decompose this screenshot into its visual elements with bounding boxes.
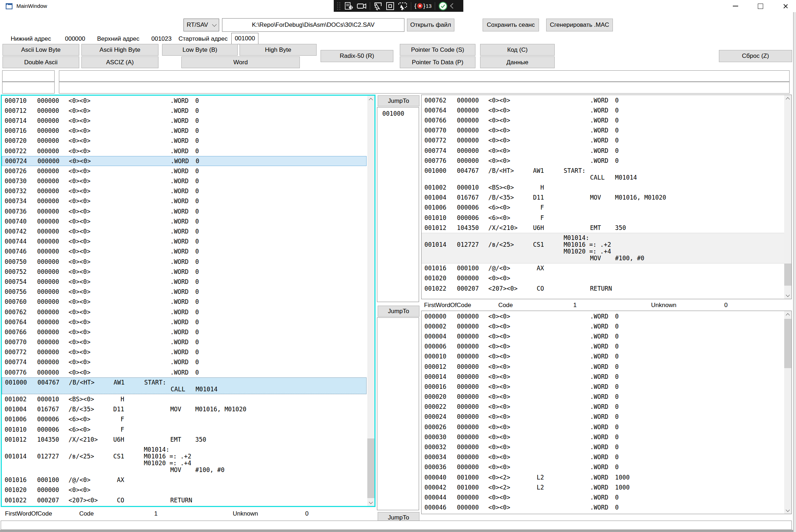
high-byte-button[interactable]: High Byte: [240, 44, 317, 56]
save-session-button[interactable]: Сохранить сеанс: [483, 19, 539, 31]
listing-row[interactable]: 000002000000<0><0>.WORD0: [422, 321, 784, 331]
listing-row[interactable]: 000010000000<0><0>.WORD0: [422, 352, 784, 362]
listing-row[interactable]: 000762000000<0><0>.WORD0: [2, 307, 367, 317]
listing-row[interactable]: 000746000000<0><0>.WORD0: [2, 247, 367, 257]
listing-row[interactable]: 000750000000<0><0>.WORD0: [2, 257, 367, 267]
listing-row[interactable]: 001022000207<207><0>CORETURN: [422, 283, 784, 293]
collapse-toolbar-icon[interactable]: [450, 3, 456, 9]
double-ascii-button[interactable]: Double Ascii: [2, 56, 79, 68]
low-byte-button[interactable]: Low Byte (B): [162, 44, 238, 56]
listing-row[interactable]: 000036000000<0><0>.WORD0: [422, 462, 784, 472]
listing-row[interactable]: 000752000000<0><0>.WORD0: [2, 267, 367, 277]
listing-row[interactable]: 001004016767/B/<35>D11MOVM01016, M01020: [422, 193, 784, 203]
listing-row[interactable]: 000712000000<0><0>.WORD0: [2, 106, 367, 116]
listing-row[interactable]: 000030000000<0><0>.WORD0: [422, 432, 784, 442]
listing-row[interactable]: 000762000000<0><0>.WORD0: [422, 95, 784, 105]
listing-row[interactable]: 000710000000<0><0>.WORD0: [2, 96, 367, 106]
video-camera-icon[interactable]: [357, 2, 367, 10]
minimize-button[interactable]: [725, 0, 745, 12]
ascii-high-byte-button[interactable]: Ascii High Byte: [81, 44, 158, 56]
listing-row[interactable]: 001020000000<0><0>: [422, 273, 784, 283]
listing-row[interactable]: 001000004767/B/<HT>AW1START:CALLM01014: [2, 377, 367, 394]
listing-row[interactable]: 000024000000<0><0>.WORD0: [422, 412, 784, 422]
code-button[interactable]: Код (C): [480, 44, 555, 56]
listing-row[interactable]: 000720000000<0><0>.WORD0: [2, 136, 367, 146]
inspect-document-icon[interactable]: [344, 2, 353, 10]
listing-row[interactable]: M01014:001014012727/в/<25>CS1M01016 =: .…: [2, 445, 367, 475]
listing-row[interactable]: 000732000000<0><0>.WORD0: [2, 186, 367, 196]
listing-row[interactable]: 000042001000<0><2>L2.WORD1000: [422, 482, 784, 492]
bottom-right-disassembly-listing[interactable]: 000000000000<0><0>.WORD0000002000000<0><…: [422, 311, 784, 513]
region-capture-icon[interactable]: [386, 2, 394, 10]
listing-row[interactable]: 000770000000<0><0>.WORD0: [422, 126, 784, 136]
generate-mac-button[interactable]: Сгенерировать .MAC: [546, 19, 613, 31]
listing-row[interactable]: 001022000207<207><0>CORETURN: [2, 495, 367, 505]
asciz-button[interactable]: ASCIZ (A): [81, 56, 158, 68]
listing-row[interactable]: 001000004767/B/<HT>AW1START:CALLM01014: [422, 166, 784, 182]
listing-row[interactable]: 000726000000<0><0>.WORD0: [2, 166, 367, 176]
ascii-low-byte-button[interactable]: Ascii Low Byte: [2, 44, 79, 56]
listing-row[interactable]: 000000000000<0><0>.WORD0: [422, 311, 784, 321]
listing-row[interactable]: 000736000000<0><0>.WORD0: [2, 206, 367, 216]
scrollbar-thumb[interactable]: [367, 438, 374, 498]
listing-row[interactable]: 000770000000<0><0>.WORD0: [2, 337, 367, 347]
scroll-up-button[interactable]: [367, 96, 374, 103]
scroll-up-button[interactable]: [784, 311, 791, 318]
listing-row[interactable]: 000764000000<0><0>.WORD0: [2, 317, 367, 327]
listing-row[interactable]: 000714000000<0><0>.WORD0: [2, 116, 367, 126]
listing-row[interactable]: 001002000010<BS><0>H: [2, 394, 367, 404]
pointer-to-code-button[interactable]: Pointer To Code (S): [400, 44, 475, 56]
listing-row[interactable]: 001002000010<BS><0>H: [422, 183, 784, 193]
listing-row[interactable]: 000766000000<0><0>.WORD0: [2, 327, 367, 337]
listing-row[interactable]: 000004000000<0><0>.WORD0: [422, 331, 784, 341]
file-path-input[interactable]: [222, 18, 404, 32]
cursor-capture-icon[interactable]: [373, 2, 383, 10]
listing-row[interactable]: 000724000000<0><0>.WORD0: [2, 156, 367, 166]
jump-address-item[interactable]: 001000: [377, 107, 419, 117]
listing-row[interactable]: 000734000000<0><0>.WORD0: [2, 196, 367, 206]
listing-row[interactable]: 001010000006<6><0>F: [422, 213, 784, 223]
listing-row[interactable]: 001004016767/B/<35>D11MOVM01016, M01020: [2, 405, 367, 415]
listing-row[interactable]: 000006000000<0><0>.WORD0: [422, 342, 784, 352]
close-button[interactable]: [775, 0, 795, 12]
confirm-check-icon[interactable]: [438, 1, 448, 11]
jumpto-button-2[interactable]: JumpTo: [378, 306, 419, 317]
scrollbar-thumb[interactable]: [784, 264, 791, 286]
listing-row[interactable]: 000716000000<0><0>.WORD0: [2, 126, 367, 136]
scroll-down-button[interactable]: [784, 292, 791, 299]
top-right-scrollbar[interactable]: [784, 95, 791, 299]
listing-row[interactable]: 000774000000<0><0>.WORD0: [2, 357, 367, 367]
listing-row[interactable]: 001006000006<6><0>F: [2, 415, 367, 425]
listing-row[interactable]: 000016000000<0><0>.WORD0: [422, 382, 784, 392]
listing-row[interactable]: 000040001000<0><2>L2.WORD1000: [422, 472, 784, 482]
listing-row[interactable]: 001010000006<6><0>F: [2, 425, 367, 435]
bottom-right-scrollbar[interactable]: [784, 311, 791, 514]
scroll-up-button[interactable]: [784, 95, 791, 102]
listing-row[interactable]: 000760000000<0><0>.WORD0: [2, 297, 367, 307]
listing-row[interactable]: 000730000000<0><0>.WORD0: [2, 176, 367, 186]
drag-handle-icon[interactable]: [337, 2, 341, 10]
listing-row[interactable]: 001012104350/X/<210>U6HEMT350: [422, 223, 784, 233]
listing-row[interactable]: 000012000000<0><0>.WORD0: [422, 362, 784, 372]
scroll-down-button[interactable]: [367, 499, 374, 506]
listing-row[interactable]: 000014000000<0><0>.WORD0: [422, 372, 784, 382]
listing-row[interactable]: 000766000000<0><0>.WORD0: [422, 115, 784, 125]
listing-row[interactable]: 000032000000<0><0>.WORD0: [422, 442, 784, 452]
top-right-disassembly-listing[interactable]: 000762000000<0><0>.WORD0000764000000<0><…: [422, 95, 784, 298]
listing-row[interactable]: 000776000000<0><0>.WORD0: [422, 156, 784, 166]
radix50-button[interactable]: Radix-50 (R): [321, 50, 393, 62]
listing-row[interactable]: 000044000000<0><0>.WORD0: [422, 492, 784, 502]
reset-button[interactable]: Сброс (Z): [719, 50, 792, 62]
listing-row[interactable]: 000744000000<0><0>.WORD0: [2, 237, 367, 247]
listing-row[interactable]: 000740000000<0><0>.WORD0: [2, 216, 367, 226]
format-select[interactable]: RT/SAV: [183, 19, 219, 31]
jumpto-list-2[interactable]: [377, 317, 419, 510]
listing-row[interactable]: 000756000000<0><0>.WORD0: [2, 287, 367, 297]
listing-row[interactable]: 001012104350/X/<210>U6HEMT350: [2, 435, 367, 445]
jumpto-button-1[interactable]: JumpTo: [378, 95, 419, 106]
listing-row[interactable]: 000034000000<0><0>.WORD0: [422, 452, 784, 462]
start-address-input[interactable]: [231, 33, 258, 44]
listing-row[interactable]: 000754000000<0><0>.WORD0: [2, 277, 367, 287]
listing-row[interactable]: 000020000000<0><0>.WORD0: [422, 392, 784, 402]
maximize-button[interactable]: [750, 0, 770, 12]
